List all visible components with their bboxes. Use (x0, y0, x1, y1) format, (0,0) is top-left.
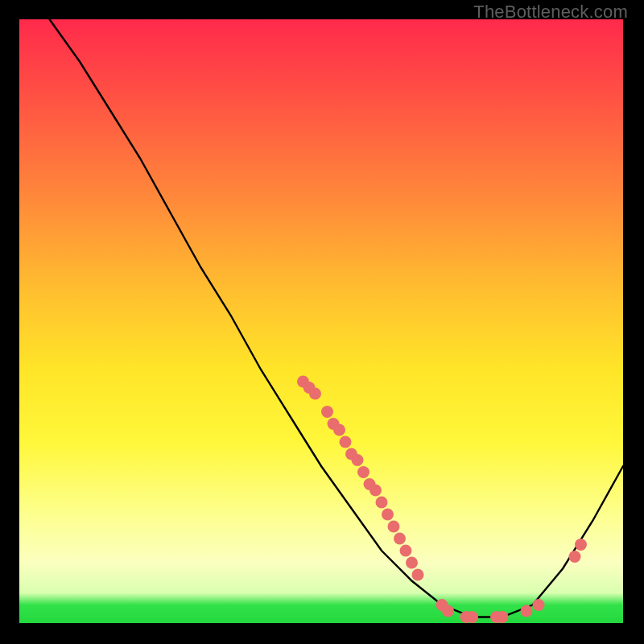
data-point (394, 533, 406, 545)
data-point (357, 466, 369, 478)
data-point (569, 551, 581, 563)
data-point (333, 424, 345, 436)
data-point (575, 539, 587, 551)
bottleneck-curve (50, 19, 624, 617)
data-point (442, 605, 454, 617)
data-point (497, 611, 509, 623)
data-point (521, 605, 533, 617)
data-point (406, 557, 418, 569)
data-point (533, 599, 545, 611)
data-point (382, 509, 394, 521)
data-points-group (297, 376, 587, 624)
data-point (340, 436, 352, 448)
data-point (321, 406, 333, 418)
chart-stage: TheBottleneck.com (0, 0, 644, 644)
data-point (309, 388, 321, 400)
data-point (412, 569, 424, 581)
data-point (400, 545, 412, 557)
data-point (376, 497, 388, 509)
data-point (352, 454, 364, 466)
data-point (388, 521, 400, 533)
data-point (369, 485, 382, 497)
chart-svg (19, 19, 623, 623)
data-point (466, 611, 478, 623)
